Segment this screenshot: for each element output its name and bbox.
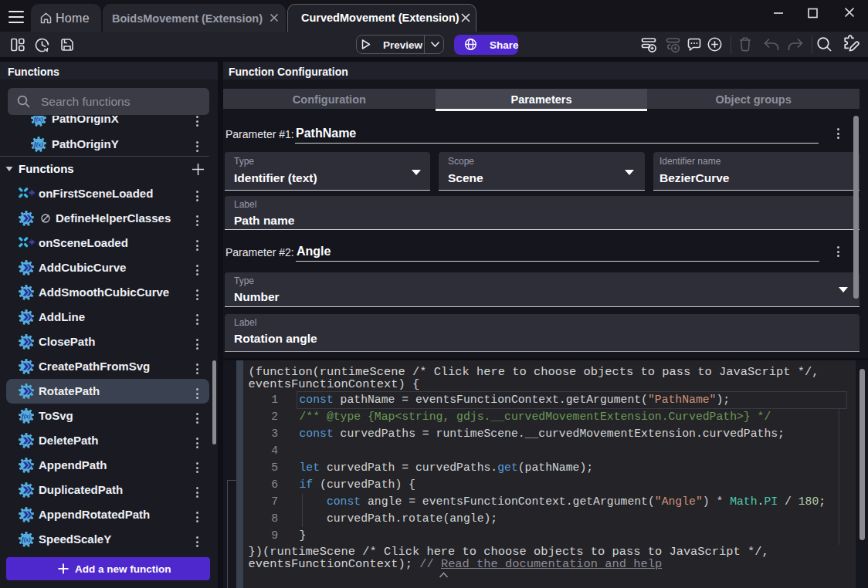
- svg-text:f(x): f(x): [22, 536, 31, 543]
- svg-text:f(x): f(x): [34, 116, 43, 123]
- svg-text:f(x): f(x): [22, 413, 31, 420]
- svg-text:f(x): f(x): [34, 140, 43, 147]
